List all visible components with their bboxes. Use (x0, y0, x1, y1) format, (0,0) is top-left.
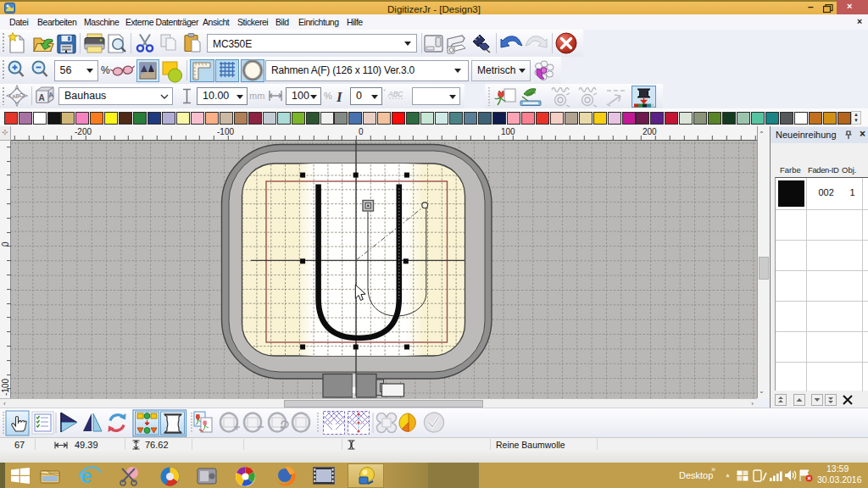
svg-text:A: A (39, 93, 45, 103)
svg-text:%: % (101, 64, 110, 76)
svg-text:%: % (324, 91, 332, 101)
svg-text:I: I (336, 89, 343, 105)
svg-text:ABC: ABC (387, 90, 403, 98)
svg-text:mm: mm (249, 91, 264, 101)
svg-text:°: ° (383, 88, 386, 96)
